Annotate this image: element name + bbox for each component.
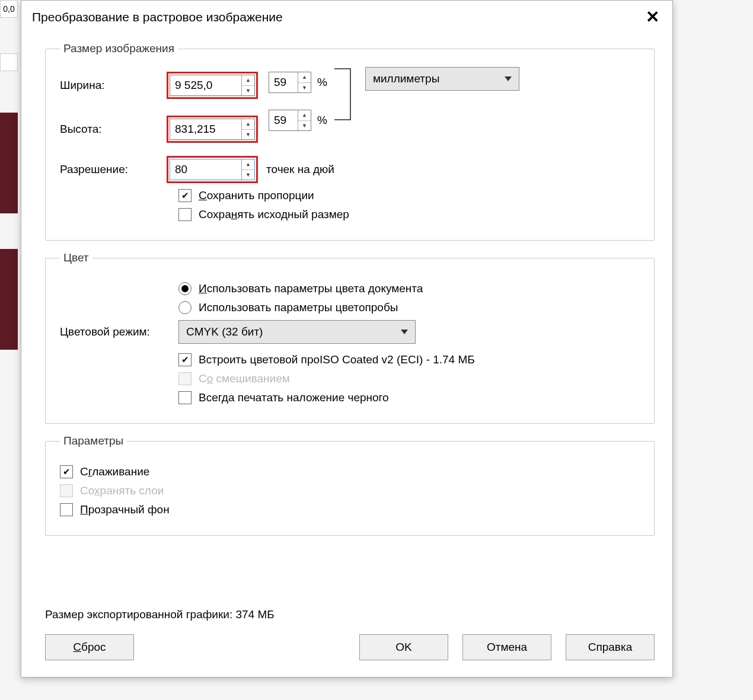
keep-original-size-checkbox[interactable] — [178, 208, 192, 221]
height-label: Высота: — [60, 123, 167, 136]
units-dropdown-value: миллиметры — [373, 72, 439, 85]
resolution-label: Разрешение: — [60, 163, 167, 176]
resolution-spin-up[interactable]: ▲ — [242, 159, 254, 170]
width-percent-down[interactable]: ▼ — [298, 83, 311, 93]
color-mode-value: CMYK (32 бит) — [186, 325, 263, 338]
highlight-width: ▲▼ — [167, 72, 258, 99]
ruler-value: 0,0 — [0, 0, 18, 18]
canvas-artwork — [0, 113, 18, 213]
embed-profile-label: Встроить цветовой про — [199, 353, 320, 366]
keep-original-size-label: Сохранять исходный размер — [199, 208, 349, 221]
antialias-row[interactable]: ✔ Сглаживание — [60, 465, 640, 478]
width-label: Ширина: — [60, 79, 167, 92]
transparent-bg-checkbox[interactable] — [60, 503, 73, 516]
highlight-height: ▲▼ — [167, 116, 258, 143]
link-bracket-icon — [334, 68, 351, 120]
width-percent-up[interactable]: ▲ — [298, 72, 311, 83]
ok-button[interactable]: OK — [359, 634, 448, 660]
width-percent-input[interactable] — [269, 72, 298, 92]
width-spin-up[interactable]: ▲ — [242, 75, 254, 86]
height-spin-up[interactable]: ▲ — [242, 119, 254, 130]
highlight-resolution: ▲▼ — [167, 156, 258, 183]
canvas-artwork — [0, 249, 18, 350]
keep-ratio-row[interactable]: ✔ ССохранить пропорцииохранить пропорции — [178, 189, 640, 202]
transparent-bg-row[interactable]: Прозрачный фон — [60, 503, 640, 516]
ruler-corner — [0, 53, 18, 71]
chevron-down-icon — [401, 330, 408, 334]
overprint-label: Всегда печатать наложение черного — [199, 391, 389, 404]
percent-symbol: % — [317, 114, 327, 127]
height-input[interactable] — [170, 119, 241, 139]
options-group: Параметры ✔ Сглаживание Сохранять слои П… — [45, 434, 655, 536]
resolution-input[interactable] — [170, 159, 241, 180]
cancel-button[interactable]: Отмена — [462, 634, 551, 660]
dialog-footer: Размер экспортированной графики: 374 МБ … — [21, 597, 672, 677]
height-percent-input[interactable] — [269, 110, 298, 130]
keep-layers-label: Сохранять слои — [80, 484, 164, 497]
use-proof-colors-row[interactable]: Использовать параметры цветопробы — [178, 301, 640, 314]
overprint-row[interactable]: Всегда печатать наложение черного — [178, 391, 640, 404]
antialias-label: Сглаживание — [80, 465, 149, 478]
dialog-title: Преобразование в растровое изображение — [32, 10, 283, 24]
help-button[interactable]: Справка — [566, 634, 655, 660]
resolution-spinner[interactable]: ▲▼ — [170, 159, 255, 180]
use-proof-colors-label: Использовать параметры цветопробы — [199, 301, 398, 314]
use-doc-colors-row[interactable]: Использовать параметры цвета документа — [178, 282, 640, 295]
dialog-titlebar: Преобразование в растровое изображение ✕ — [21, 1, 672, 30]
antialias-checkbox[interactable]: ✔ — [60, 465, 73, 478]
width-spin-down[interactable]: ▼ — [242, 86, 254, 96]
transparent-bg-label: Прозрачный фон — [80, 503, 170, 516]
embed-profile-info: ISO Coated v2 (ECI) - 1.74 МБ — [320, 353, 475, 366]
embed-profile-row[interactable]: ✔ Встроить цветовой проISO Coated v2 (EC… — [178, 353, 640, 366]
resolution-unit: точек на дюй — [266, 163, 334, 176]
width-input[interactable] — [170, 75, 241, 95]
units-dropdown[interactable]: миллиметры — [365, 67, 519, 91]
color-legend: Цвет — [60, 251, 92, 264]
height-percent-up[interactable]: ▲ — [298, 110, 311, 121]
image-size-group: Размер изображения Ширина: ▲▼ Высота: — [45, 42, 655, 241]
color-mode-label: Цветовой режим: — [60, 325, 178, 338]
embed-profile-checkbox[interactable]: ✔ — [178, 353, 192, 366]
dither-row: Со смешиванием — [178, 372, 640, 385]
options-legend: Параметры — [60, 434, 127, 448]
dither-label: Со смешиванием — [199, 372, 290, 385]
use-proof-colors-radio[interactable] — [178, 301, 192, 314]
chevron-down-icon — [505, 76, 512, 81]
export-size-text: Размер экспортированной графики: 374 МБ — [45, 608, 655, 621]
overprint-checkbox[interactable] — [178, 391, 192, 404]
keep-layers-row: Сохранять слои — [60, 484, 640, 497]
height-percent-down[interactable]: ▼ — [298, 121, 311, 131]
height-percent-spinner[interactable]: ▲▼ — [269, 110, 311, 131]
use-doc-colors-label: Использовать параметры цвета документа — [199, 282, 423, 295]
width-percent-spinner[interactable]: ▲▼ — [269, 72, 311, 93]
height-spinner[interactable]: ▲▼ — [170, 119, 255, 140]
use-doc-colors-radio[interactable] — [178, 282, 192, 295]
convert-to-bitmap-dialog: Преобразование в растровое изображение ✕… — [21, 0, 673, 677]
keep-original-size-row[interactable]: Сохранять исходный размер — [178, 208, 640, 221]
dither-checkbox — [178, 372, 192, 385]
color-group: Цвет Использовать параметры цвета докуме… — [45, 251, 655, 424]
close-button[interactable]: ✕ — [643, 9, 662, 25]
resolution-spin-down[interactable]: ▼ — [242, 170, 254, 180]
keep-ratio-checkbox[interactable]: ✔ — [178, 189, 192, 202]
width-spinner[interactable]: ▲▼ — [170, 75, 255, 96]
color-mode-dropdown[interactable]: CMYK (32 бит) — [178, 320, 416, 344]
keep-ratio-label: ССохранить пропорцииохранить пропорции — [199, 189, 314, 202]
height-spin-down[interactable]: ▼ — [242, 130, 254, 140]
keep-layers-checkbox — [60, 484, 73, 497]
reset-button[interactable]: Сброс — [45, 634, 134, 660]
image-size-legend: Размер изображения — [60, 42, 178, 55]
percent-symbol: % — [317, 76, 327, 89]
